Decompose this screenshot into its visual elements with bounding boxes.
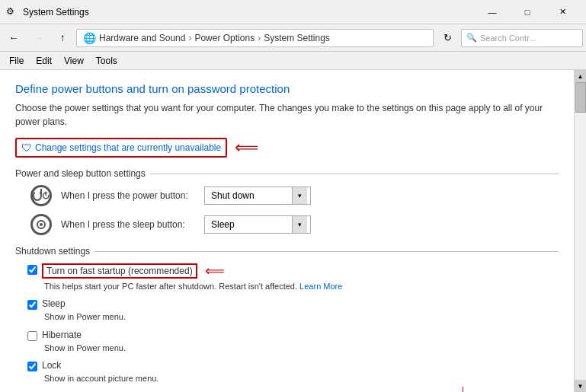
breadcrumb-hardware: Hardware and Sound (99, 33, 185, 43)
page-description: Choose the power settings that you want … (15, 101, 559, 129)
fast-startup-desc: This helps start your PC faster after sh… (32, 281, 559, 292)
menu-file[interactable]: File (3, 54, 30, 68)
breadcrumb-current: System Settings (264, 33, 330, 43)
window-icon: ⚙ (6, 6, 18, 18)
sleep-icon (30, 214, 52, 235)
window-title: System Settings (23, 7, 475, 18)
fast-startup-label: Turn on fast startup (recommended) (42, 263, 197, 279)
sleep-button-row: When I press the sleep button: Sleep ▾ (15, 214, 559, 235)
titlebar-controls: — □ ✕ (475, 0, 580, 24)
scrollbar-track[interactable] (575, 82, 586, 380)
power-button-value: Shut down (211, 190, 289, 201)
search-placeholder: Search Contr... (480, 33, 536, 43)
arrow-right-fast-startup-icon: ⟸ (205, 263, 225, 279)
hibernate-checkbox[interactable] (27, 331, 37, 341)
sleep-button-dropdown[interactable]: Sleep ▾ (204, 215, 311, 234)
sleep-button-label: When I press the sleep button: (61, 219, 198, 230)
back-button[interactable]: ← (3, 27, 24, 49)
menu-edit[interactable]: Edit (30, 54, 58, 68)
sleep-sub: Show in Power menu. (32, 311, 559, 323)
power-button-label: When I press the power button: (61, 190, 198, 201)
content-area: Define power buttons and turn on passwor… (0, 70, 574, 392)
lock-checkbox[interactable] (27, 362, 37, 371)
scrollbar-thumb[interactable] (575, 82, 586, 113)
breadcrumb-power: Power Options (194, 33, 255, 43)
arrow-down-save-icon: ↓ (459, 381, 467, 392)
lock-sub: Show in account picture menu. (32, 373, 559, 384)
titlebar: ⚙ System Settings — □ ✕ (0, 0, 586, 24)
learn-more-link[interactable]: Learn More (299, 282, 342, 291)
addressbar: ← → ↑ 🌐 Hardware and Sound › Power Optio… (0, 24, 586, 52)
power-sleep-section-header: Power and sleep button settings (15, 168, 559, 179)
lock-checkbox-row: Lock (15, 360, 559, 371)
hibernate-checkbox-row: Hibernate (15, 330, 559, 341)
scroll-up-button[interactable]: ▲ (575, 70, 587, 82)
change-settings-link[interactable]: 🛡 Change settings that are currently una… (15, 138, 227, 158)
menubar: File Edit View Tools (0, 52, 586, 70)
hibernate-checkbox-label: Hibernate (42, 330, 82, 340)
shutdown-section-label: Shutdown settings (15, 246, 90, 257)
minimize-button[interactable]: — (475, 0, 510, 24)
power-sleep-section-label: Power and sleep button settings (15, 168, 146, 179)
fast-startup-checkbox[interactable] (27, 265, 37, 275)
sleep-checkbox-label: Sleep (42, 298, 66, 309)
refresh-button[interactable]: ↻ (437, 27, 458, 49)
shield-icon: 🛡 (21, 142, 32, 154)
menu-view[interactable]: View (58, 54, 90, 68)
power-icon (30, 185, 52, 206)
breadcrumb-sep2: › (258, 33, 261, 43)
breadcrumb-sep1: › (188, 33, 191, 43)
main-area: Define power buttons and turn on passwor… (0, 70, 586, 392)
change-settings-label: Change settings that are currently unava… (35, 142, 221, 153)
svg-point-3 (40, 223, 43, 226)
up-button[interactable]: ↑ (52, 27, 73, 49)
sleep-dropdown-arrow: ▾ (292, 216, 307, 233)
search-icon: 🔍 (466, 33, 477, 43)
forward-button[interactable]: → (27, 27, 49, 49)
close-button[interactable]: ✕ (545, 0, 580, 24)
address-field[interactable]: 🌐 Hardware and Sound › Power Options › S… (76, 29, 434, 47)
sleep-button-value: Sleep (211, 219, 289, 230)
scroll-down-button[interactable]: ▼ (575, 380, 587, 392)
power-button-dropdown[interactable]: Shut down ▾ (204, 186, 311, 205)
power-dropdown-arrow: ▾ (292, 187, 307, 204)
scrollbar[interactable]: ▲ ▼ (574, 70, 586, 392)
menu-tools[interactable]: Tools (90, 54, 123, 68)
sleep-checkbox[interactable] (27, 300, 37, 310)
arrow-right-icon: ⟸ (235, 138, 259, 158)
maximize-button[interactable]: □ (510, 0, 545, 24)
windows-globe-icon: 🌐 (83, 32, 96, 44)
shutdown-section-header: Shutdown settings (15, 246, 559, 257)
search-box[interactable]: 🔍 Search Contr... (461, 29, 583, 47)
lock-checkbox-label: Lock (42, 360, 61, 371)
page-title: Define power buttons and turn on passwor… (15, 82, 559, 95)
hibernate-sub: Show in Power menu. (32, 343, 559, 354)
sleep-checkbox-row: Sleep (15, 298, 559, 310)
power-button-row: When I press the power button: Shut down… (15, 185, 559, 206)
fast-startup-row: Turn on fast startup (recommended) (27, 263, 197, 279)
